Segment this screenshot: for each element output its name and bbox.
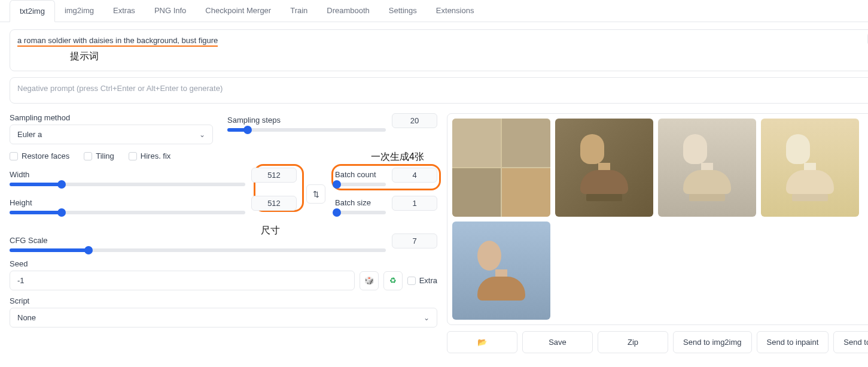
open-folder-button[interactable]: 📂	[447, 331, 517, 353]
width-label: Width	[10, 170, 245, 179]
chevron-down-icon: ⌄	[424, 314, 430, 322]
annotation-batch: 一次生成4张	[371, 151, 424, 163]
dice-icon: 🎲	[364, 276, 374, 285]
batch-size-label: Batch size	[335, 198, 386, 207]
annotation-prompt: 提示词	[70, 50, 99, 63]
cfg-scale-slider[interactable]	[10, 248, 386, 252]
tab-txt2img[interactable]: txt2img	[10, 0, 55, 22]
sampling-steps-label: Sampling steps	[227, 116, 386, 125]
height-label: Height	[10, 198, 245, 207]
tab-train[interactable]: Train	[281, 0, 317, 22]
width-slider[interactable]	[10, 183, 245, 186]
height-slider[interactable]	[10, 211, 245, 214]
chevron-down-icon: ⌄	[199, 131, 205, 139]
save-button[interactable]: Save	[522, 331, 593, 353]
gallery-image[interactable]	[452, 222, 550, 320]
batch-count-value[interactable]: 4	[392, 168, 437, 183]
hires-fix-checkbox[interactable]: Hires. fix	[129, 151, 171, 160]
width-value[interactable]: 512	[251, 168, 297, 183]
seed-extra-checkbox[interactable]: Extra	[407, 276, 437, 285]
seed-random-button[interactable]: 🎲	[360, 271, 379, 290]
sampling-method-label: Sampling method	[10, 113, 213, 122]
tab-pnginfo[interactable]: PNG Info	[145, 0, 196, 22]
recycle-icon: ♻	[389, 276, 397, 285]
swap-dimensions-button[interactable]: ⇅	[306, 184, 325, 204]
batch-size-slider[interactable]	[335, 211, 386, 214]
output-gallery	[447, 113, 868, 325]
prompt-text: a roman soldier with daisies in the back…	[17, 36, 218, 47]
tiling-checkbox[interactable]: Tiling	[84, 151, 114, 160]
prompt-input[interactable]: a roman soldier with daisies in the back…	[10, 29, 868, 71]
negative-prompt-input[interactable]: Negative prompt (press Ctrl+Enter or Alt…	[10, 77, 868, 104]
sampling-steps-slider[interactable]	[227, 128, 386, 132]
gallery-image[interactable]	[761, 119, 859, 217]
swap-icon: ⇅	[313, 190, 319, 199]
restore-faces-checkbox[interactable]: Restore faces	[10, 151, 69, 160]
sampling-method-select[interactable]: Euler a ⌄	[10, 125, 213, 144]
gallery-image[interactable]	[555, 119, 653, 217]
sampling-steps-value[interactable]: 20	[392, 113, 437, 128]
script-select[interactable]: None ⌄	[10, 308, 437, 327]
tab-extras[interactable]: Extras	[103, 0, 145, 22]
tab-settings[interactable]: Settings	[379, 0, 427, 22]
send-to-extras-button[interactable]: Send to extras	[833, 331, 868, 353]
seed-reuse-button[interactable]: ♻	[383, 271, 403, 290]
folder-icon: 📂	[477, 338, 487, 347]
tab-extensions[interactable]: Extensions	[427, 0, 484, 22]
batch-count-label: Batch count	[335, 170, 386, 179]
send-to-inpaint-button[interactable]: Send to inpaint	[757, 331, 829, 353]
seed-input[interactable]: -1	[10, 271, 355, 290]
script-label: Script	[10, 296, 437, 305]
batch-count-slider[interactable]	[335, 183, 386, 186]
height-value[interactable]: 512	[251, 196, 297, 211]
tab-dreambooth[interactable]: Dreambooth	[317, 0, 379, 22]
tab-bar: txt2img img2img Extras PNG Info Checkpoi…	[0, 0, 868, 22]
seed-label: Seed	[10, 259, 437, 268]
gallery-image[interactable]	[658, 119, 756, 217]
cfg-scale-label: CFG Scale	[10, 236, 386, 245]
zip-button[interactable]: Zip	[598, 331, 668, 353]
cfg-scale-value[interactable]: 7	[392, 233, 437, 248]
send-to-img2img-button[interactable]: Send to img2img	[673, 331, 752, 353]
gallery-image-grid[interactable]	[452, 119, 550, 217]
tab-img2img[interactable]: img2img	[55, 0, 103, 22]
batch-size-value[interactable]: 1	[392, 196, 437, 211]
tab-checkpoint-merger[interactable]: Checkpoint Merger	[196, 0, 281, 22]
